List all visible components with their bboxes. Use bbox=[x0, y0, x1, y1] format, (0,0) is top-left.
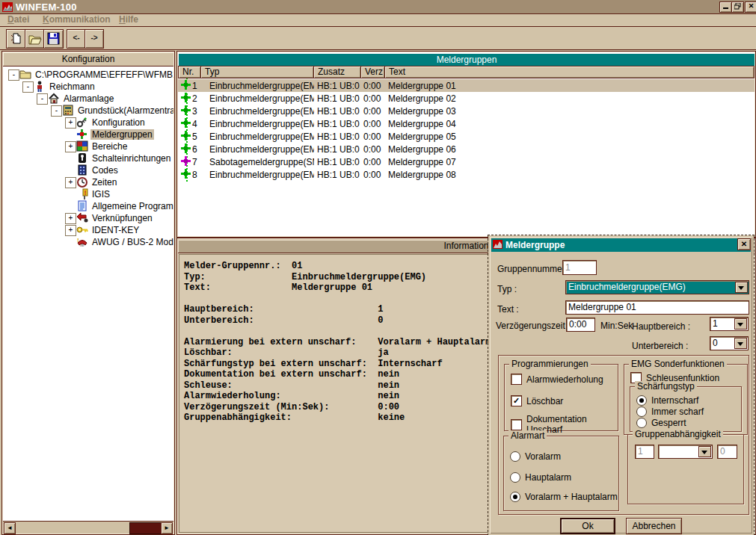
tree-item-allgemeine-programmier[interactable]: Allgemeine Programmier bbox=[3, 200, 173, 212]
scroll-right-arrow[interactable]: ► bbox=[161, 522, 173, 534]
radio-button[interactable] bbox=[510, 472, 520, 483]
new-file-button[interactable] bbox=[6, 29, 26, 49]
checkbox[interactable]: ✓ bbox=[511, 395, 522, 406]
tree-item-label[interactable]: Bereiche bbox=[90, 141, 129, 152]
table-row-1[interactable]: 1Einbruchmeldergruppe(EMG)HB:1 UB:00:00M… bbox=[178, 79, 755, 92]
tree-item-label[interactable]: Verknüpfungen bbox=[90, 213, 154, 223]
tree-item-label[interactable]: Reichmann bbox=[48, 81, 96, 92]
checkbox[interactable] bbox=[511, 419, 522, 430]
menu-hilfe[interactable]: Hilfe bbox=[117, 14, 140, 25]
tree-item-label[interactable]: AWUG / BUS-2 Modem bbox=[90, 237, 173, 247]
tree-expander[interactable]: - bbox=[51, 105, 62, 117]
gruppenabhaengigkeit-combobox[interactable] bbox=[658, 445, 713, 459]
tree-item-meldergruppen[interactable]: Meldergruppen bbox=[3, 129, 173, 140]
tree-expander[interactable]: + bbox=[65, 177, 76, 188]
table-row-5[interactable]: 5Einbruchmeldergruppe(EMG)HB:1 UB:00:00M… bbox=[178, 130, 755, 143]
dialog-close-button[interactable]: ✕ bbox=[737, 238, 751, 250]
scroll-left-arrow[interactable]: ◄ bbox=[4, 522, 16, 534]
tree-item-alarmanlage[interactable]: -Alarmanlage bbox=[3, 93, 173, 105]
ok-button[interactable]: Ok bbox=[560, 518, 615, 534]
forward-button[interactable]: -> bbox=[84, 29, 104, 49]
column-header-zusatz[interactable]: Zusatz bbox=[314, 66, 361, 78]
radio-button[interactable] bbox=[636, 406, 647, 417]
tree-expander[interactable]: - bbox=[37, 93, 48, 105]
tree-item-label[interactable]: Codes bbox=[90, 165, 120, 176]
table-row-2[interactable]: 2Einbruchmeldergruppe(EMG)HB:1 UB:00:00M… bbox=[178, 92, 755, 105]
table-row-4[interactable]: 4Einbruchmeldergruppe(EMG)HB:1 UB:00:00M… bbox=[178, 117, 755, 130]
table-row-8[interactable]: 8Einbruchmeldergruppe(EMG)HB:1 UB:00:00M… bbox=[178, 168, 755, 181]
radio-voralarm-hauptalarm[interactable]: Voralarm + Hauptalarm bbox=[510, 492, 618, 502]
cancel-button[interactable]: Abbrechen bbox=[626, 518, 682, 534]
tree-expander[interactable]: + bbox=[65, 225, 76, 236]
check-l-schbar[interactable]: ✓Löschbar bbox=[511, 395, 563, 406]
table-row-6[interactable]: 6Einbruchmeldergruppe(EMG)HB:1 UB:00:00M… bbox=[178, 143, 755, 155]
tree-expander[interactable]: + bbox=[65, 141, 76, 152]
gruppenabhaengigkeit-input-2[interactable]: 0 bbox=[717, 445, 737, 459]
close-button[interactable]: ✕ bbox=[745, 1, 756, 13]
menu-datei[interactable]: Datei bbox=[6, 14, 41, 25]
tree-item-label[interactable]: Zeiten bbox=[90, 177, 118, 188]
tree-item-label[interactable]: C:\PROGRAMME\EFFEFF\WFMB100\ bbox=[34, 69, 173, 80]
verzoegerungszeit-input[interactable]: 0:00 bbox=[566, 318, 595, 332]
column-header-nr[interactable]: Nr. bbox=[178, 66, 201, 78]
menu-kommunikation[interactable]: Kommunikation bbox=[41, 14, 117, 25]
tree-expander[interactable]: - bbox=[8, 69, 19, 81]
unterbereich-dropdown-button[interactable] bbox=[734, 338, 747, 349]
tree-item-zeiten[interactable]: +Zeiten bbox=[3, 176, 173, 188]
radio-button[interactable] bbox=[510, 451, 520, 462]
gruppennummer-input[interactable]: 1 bbox=[562, 260, 597, 275]
radio-internscharf[interactable]: Internscharf bbox=[636, 395, 698, 406]
tree-item-schalteinrichtungen[interactable]: Schalteinrichtungen bbox=[3, 152, 173, 164]
tree-item-grundst-ck-alarmzentrale-5[interactable]: -Grundstück(Alarmzentrale 5 bbox=[3, 105, 173, 117]
save-button[interactable] bbox=[43, 29, 64, 49]
radio-button[interactable] bbox=[510, 492, 520, 502]
minimize-button[interactable] bbox=[719, 1, 732, 13]
tree-item-igis[interactable]: !IGIS bbox=[3, 188, 173, 200]
gruppenabhaengigkeit-input-1[interactable]: 1 bbox=[635, 445, 654, 459]
tree-item-ident-key[interactable]: +IDENT-KEY bbox=[3, 224, 173, 236]
tree-item-awug-bus-2-modem[interactable]: !ısıAWUG / BUS-2 Modem bbox=[3, 236, 173, 248]
tree-horizontal-scrollbar[interactable]: ◄ ► bbox=[3, 521, 173, 534]
typ-combobox[interactable]: Einbruchmeldergruppe(EMG) bbox=[565, 280, 749, 294]
typ-dropdown-button[interactable] bbox=[735, 282, 748, 293]
table-row-7[interactable]: 7Sabotagemeldergruppe(SMG)HB:1 UB:00:00M… bbox=[178, 155, 755, 168]
restore-button[interactable] bbox=[731, 1, 744, 13]
tree-item-bereiche[interactable]: +Bereiche bbox=[3, 140, 173, 152]
tree-expander[interactable]: - bbox=[22, 81, 34, 93]
tree-item-label[interactable]: Allgemeine Programmier bbox=[90, 201, 173, 211]
radio-voralarm[interactable]: Voralarm bbox=[510, 451, 561, 462]
tree-item-c-programme-effeff-wfmb100[interactable]: -C:\PROGRAMME\EFFEFF\WFMB100\ bbox=[3, 69, 173, 81]
tree-expander[interactable]: + bbox=[65, 213, 76, 224]
table-row-3[interactable]: 3Einbruchmeldergruppe(EMG)HB:1 UB:00:00M… bbox=[178, 105, 755, 117]
radio-button[interactable] bbox=[636, 395, 647, 406]
radio-button[interactable] bbox=[636, 418, 647, 428]
tree-item-label[interactable]: IGIS bbox=[90, 189, 111, 200]
radio-gesperrt[interactable]: Gesperrt bbox=[636, 418, 686, 428]
back-button[interactable]: <- bbox=[67, 29, 86, 49]
tree-item-label[interactable]: Grundstück(Alarmzentrale 5 bbox=[76, 105, 173, 116]
tree-item-label[interactable]: Schalteinrichtungen bbox=[90, 153, 172, 164]
meldergruppen-panel: Meldergruppen Nr.TypZusatzVerzText 1Einb… bbox=[176, 51, 756, 238]
hauptbereich-dropdown-button[interactable] bbox=[734, 318, 747, 330]
column-header-typ[interactable]: Typ bbox=[201, 66, 314, 78]
check-alarmwiederholung[interactable]: Alarmwiederholung bbox=[511, 374, 603, 385]
tree-item-reichmann[interactable]: -Reichmann bbox=[3, 81, 173, 93]
tree-item-verkn-pfungen[interactable]: +Verknüpfungen bbox=[3, 212, 173, 224]
unterbereich-combobox[interactable]: 0 bbox=[710, 336, 749, 350]
text-input[interactable]: Meldergruppe 01 bbox=[565, 300, 749, 315]
gruppenabhaengigkeit-dropdown-button[interactable] bbox=[698, 446, 711, 457]
tree-item-codes[interactable]: Codes bbox=[3, 164, 173, 176]
tree-item-label[interactable]: Alarmanlage bbox=[62, 93, 115, 104]
tree-item-label[interactable]: Konfiguration bbox=[90, 117, 147, 128]
tree-item-label[interactable]: IDENT-KEY bbox=[90, 225, 141, 235]
tree-expander[interactable]: + bbox=[65, 117, 76, 129]
tree-item-konfiguration[interactable]: +Konfiguration bbox=[3, 117, 173, 129]
radio-immer-scharf[interactable]: Immer scharf bbox=[636, 406, 704, 417]
open-button[interactable] bbox=[25, 29, 45, 49]
radio-hauptalarm[interactable]: Hauptalarm bbox=[510, 472, 571, 483]
column-header-text[interactable]: Text bbox=[385, 66, 755, 78]
column-header-verz[interactable]: Verz bbox=[361, 66, 385, 78]
hauptbereich-combobox[interactable]: 1 bbox=[710, 317, 749, 331]
checkbox[interactable] bbox=[511, 374, 522, 385]
tree-item-label[interactable]: Meldergruppen bbox=[90, 129, 154, 140]
